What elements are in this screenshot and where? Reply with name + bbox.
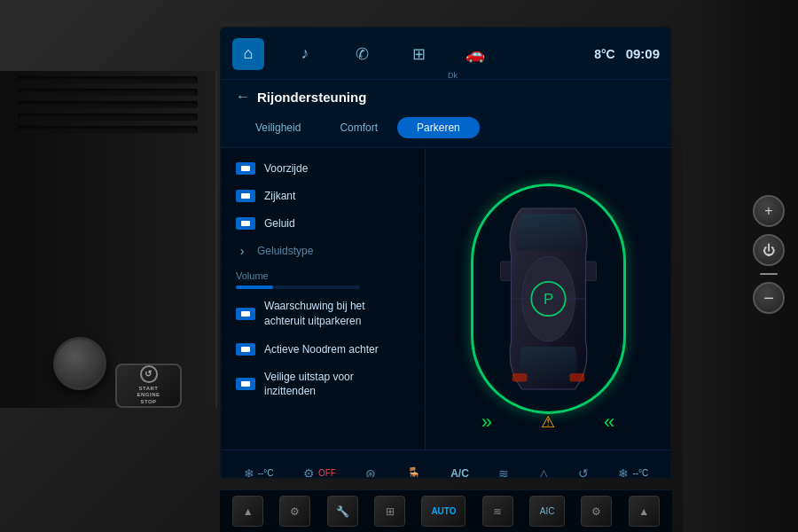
dashboard: ↺ STARTENGINESTOP + ⏻ − ⌂ ♪ ✆ ⊞ 🚗 8°C 09… — [0, 0, 798, 532]
knob[interactable] — [53, 337, 106, 390]
status-temp-left[interactable]: ❄ --°C — [244, 466, 274, 480]
zijkant-label: Zijkant — [264, 190, 295, 202]
status-defrost[interactable]: △ — [539, 466, 549, 480]
left-arrows-icon: » — [481, 411, 488, 434]
menu-item-noodrem[interactable]: Actieve Noodrem achter — [222, 336, 425, 364]
svg-rect-4 — [241, 347, 250, 352]
volume-bar-fill — [236, 286, 273, 289]
menu-item-zijkant[interactable]: Zijkant — [222, 183, 425, 210]
status-circulation[interactable]: ↺ — [578, 466, 589, 480]
screen-header: ← Rijondersteuning — [222, 80, 670, 117]
volume-section: Volume — [222, 265, 425, 293]
menu-item-veilige-uitstap[interactable]: Veilige uitstap voorinzittenden — [222, 364, 425, 407]
car-visual-panel: P » ⚠ » — [426, 148, 670, 450]
menu-item-voorzijde[interactable]: Voorzijde — [222, 155, 425, 183]
heat-icon: ≋ — [498, 466, 509, 480]
physical-controls-strip: ▲ ⚙ 🔧 ⊞ AUTO ≋ AIC ⚙ ▲ — [220, 489, 672, 532]
svg-rect-8 — [585, 262, 596, 281]
temp-left-icon: ❄ — [244, 466, 254, 480]
waarschuwing-label: Waarschuwing bij hetachteruit uitparkere… — [264, 299, 365, 329]
phys-btn-auto[interactable]: AUTO — [421, 496, 466, 527]
volume-bar[interactable] — [236, 286, 360, 289]
temp-left-value: --°C — [258, 468, 274, 478]
car-body: P — [480, 192, 617, 405]
chevron-right-icon: › — [236, 245, 248, 257]
phys-btn-5[interactable]: ≋ — [482, 496, 513, 527]
temp-right-icon: ❄ — [618, 466, 629, 480]
volume-up-button[interactable]: + — [753, 195, 785, 227]
infotainment-screen: ⌂ ♪ ✆ ⊞ 🚗 8°C 09:09 Dk ← Rijondersteunin… — [220, 27, 672, 479]
phys-btn-aic[interactable]: AIC — [529, 496, 565, 527]
tab-parkeren[interactable]: Parkeren — [397, 117, 480, 138]
phys-btn-4[interactable]: ⊞ — [374, 496, 405, 527]
status-ac-main[interactable]: A/C — [450, 467, 469, 480]
temperature-display: 8°C — [594, 47, 615, 61]
divider — [760, 273, 778, 275]
svg-rect-5 — [241, 381, 250, 387]
phys-btn-2[interactable]: ⚙ — [279, 496, 310, 527]
status-seat[interactable]: 🪑 — [406, 466, 421, 480]
menu-item-geluidstype[interactable]: › Geluidstype — [222, 238, 425, 265]
temp-right-value: --°C — [632, 468, 648, 478]
nav-apps-icon[interactable]: ⊞ — [403, 38, 434, 70]
menu-item-geluid[interactable]: Geluid — [222, 210, 425, 238]
parking-arrows: » ⚠ » — [426, 411, 670, 434]
voorzijde-label: Voorzijde — [264, 162, 308, 175]
tab-veiligheid[interactable]: Veiligheid — [236, 117, 320, 138]
svg-text:P: P — [543, 291, 552, 308]
phys-btn-6[interactable]: ⚙ — [581, 496, 612, 527]
geluid-icon — [236, 217, 255, 230]
vent-slot — [18, 113, 198, 121]
menu-item-waarschuwing[interactable]: Waarschuwing bij hetachteruit uitparkere… — [222, 293, 425, 336]
vent-slot — [18, 101, 198, 108]
back-button[interactable]: ← Rijondersteuning — [236, 89, 656, 105]
clock-display: 09:09 — [626, 46, 660, 61]
tab-comfort[interactable]: Comfort — [320, 117, 397, 138]
power-button[interactable]: ⏻ — [753, 234, 785, 266]
start-label: STARTENGINESTOP — [137, 386, 160, 406]
warning-icon: ⚠ — [541, 412, 555, 432]
nav-music-icon[interactable]: ♪ — [289, 38, 321, 70]
geluidstype-label: Geluidstype — [257, 245, 313, 257]
phys-btn-7[interactable]: ▲ — [629, 496, 660, 527]
noodrem-icon — [236, 343, 255, 356]
start-engine-button[interactable]: ↺ STARTENGINESTOP — [115, 364, 182, 408]
left-vent-panel: ↺ STARTENGINESTOP — [0, 71, 217, 408]
status-heat[interactable]: ≋ — [498, 466, 509, 480]
right-arrows-icon: » — [608, 411, 614, 434]
dk-label: Dk — [448, 71, 458, 80]
svg-rect-7 — [500, 262, 511, 281]
ac-off-icon: ⚙ — [303, 466, 315, 480]
uitstap-label: Veilige uitstap voorinzittenden — [264, 370, 354, 400]
waarschuwing-icon — [236, 308, 255, 320]
volume-label: Volume — [236, 270, 411, 281]
status-ac-off[interactable]: ⚙ OFF — [303, 466, 336, 480]
nav-status: 8°C 09:09 — [594, 46, 660, 61]
main-content: Voorzijde Zijkant Geluid › Geluid — [222, 148, 670, 450]
fan-icon: ⊛ — [365, 466, 376, 480]
uitstap-icon — [236, 378, 255, 390]
bottom-status-bar: ❄ --°C ⚙ OFF ⊛ 🪑 A/C ≋ △ ↺ — [222, 450, 670, 479]
circulation-icon: ↺ — [578, 466, 589, 480]
zijkant-icon — [236, 190, 255, 202]
seat-icon: 🪑 — [406, 466, 421, 480]
vent-slot — [18, 76, 198, 83]
phys-btn-3[interactable]: 🔧 — [327, 496, 358, 527]
nav-home-icon[interactable]: ⌂ — [232, 38, 264, 70]
ac-label: A/C — [450, 467, 469, 480]
voorzijde-icon — [236, 162, 255, 175]
nav-icons: ⌂ ♪ ✆ ⊞ 🚗 — [232, 38, 491, 70]
start-icon: ↺ — [140, 365, 158, 383]
screen-title: Rijondersteuning — [257, 90, 366, 105]
svg-rect-10 — [512, 373, 527, 382]
car-oval: P — [471, 184, 626, 414]
status-temp-right[interactable]: ❄ --°C — [618, 466, 648, 480]
geluid-label: Geluid — [264, 217, 295, 230]
phys-btn-1[interactable]: ▲ — [232, 496, 263, 527]
right-panel: + ⏻ − — [683, 0, 798, 532]
nav-phone-icon[interactable]: ✆ — [346, 38, 378, 70]
nav-car-icon[interactable]: 🚗 — [459, 38, 491, 70]
status-fan[interactable]: ⊛ — [365, 466, 376, 480]
svg-rect-11 — [569, 373, 584, 382]
volume-down-button[interactable]: − — [753, 282, 785, 314]
